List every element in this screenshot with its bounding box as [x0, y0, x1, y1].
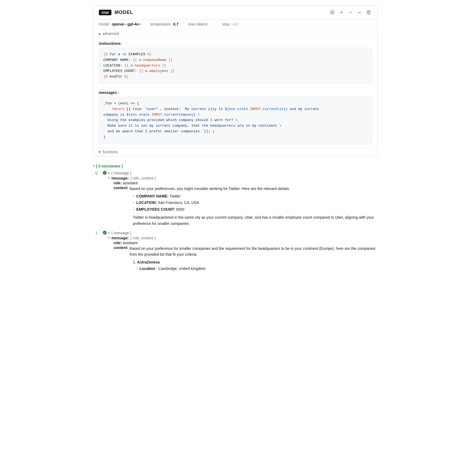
e-companyname: e.companyName: [139, 58, 166, 62]
model-param-label: model:: [99, 22, 110, 26]
result-item-0: 0: ▾ { message } ▾ message: { role, cont…: [95, 171, 378, 226]
chevron-up-icon[interactable]: [347, 9, 354, 16]
svg-marker-0: [330, 10, 334, 13]
result-1-content-text: Based on your preference for smaller com…: [129, 246, 378, 258]
msg-line-2: return [{ role: "user" , content: `My cu…: [103, 107, 368, 112]
messages-label: messages :: [99, 90, 372, 95]
advanced-section: ▶ advanced: [93, 29, 378, 38]
result-0-success-icon: [103, 171, 107, 175]
model-params-row: model: openai ▾ gpt-4o ▾ temperature: 0.…: [93, 19, 378, 29]
user-str: "user": [145, 107, 158, 111]
bullet-0-1: - COMPANY NAME: Twitter: [133, 193, 378, 199]
functions-toggle[interactable]: ▶ functions: [99, 150, 372, 154]
results-area: ▾ [ 3 successes ] 0: ▾ { message } ▾ mes…: [93, 163, 378, 272]
provider-value: openai: [112, 22, 124, 26]
dbl-open: {{: [133, 58, 137, 62]
max-tokens-param-label: max tokens:: [188, 22, 208, 26]
result-1-message-label: message:: [111, 236, 129, 240]
var-e: e: [118, 52, 120, 56]
result-1-index: 1:: [95, 231, 101, 235]
code-line-1: {% for e in EXAMPLES %}: [103, 52, 368, 57]
bullet-1-1: 1. AstraZeneca: [133, 259, 378, 265]
messages-code[interactable]: _fun = (env) => { return [{ role: "user"…: [99, 97, 372, 144]
model-header-left: chat MODEL: [99, 10, 133, 15]
tag-close: %}: [147, 52, 152, 56]
msg-line-7: }: [103, 134, 368, 140]
employees-txt: EMPLOYEES COUNT:: [103, 69, 139, 73]
chat-badge: chat: [99, 10, 111, 15]
advanced-arrow: ▶: [99, 32, 101, 35]
dbl-open2: {{: [124, 64, 129, 68]
make-sure: Make sure it is not my current company, …: [108, 124, 282, 128]
result-1-role-value: assistant: [123, 241, 137, 245]
cursor: |: [212, 129, 215, 133]
endfor-kw: endfor: [110, 75, 124, 79]
result-0-content-label: content:: [114, 186, 128, 190]
content-kw: , content:: [160, 107, 183, 111]
model-name-dropdown[interactable]: gpt-4o ▾: [127, 22, 141, 26]
result-0-role-value: assistant: [123, 181, 137, 185]
e-headquarters: e.headquarters: [131, 64, 160, 68]
chevron-down-icon[interactable]: [356, 9, 363, 16]
bullet-0-2: - LOCATION: San Francisco, CA, USA: [133, 200, 378, 206]
using-examples: Using the examples provided which compan…: [108, 118, 238, 122]
provider-chevron: ▾: [124, 23, 126, 26]
model-header: chat MODEL: [93, 6, 378, 19]
instructions-code[interactable]: {% for e in EXAMPLES %} COMPANY NAME: {{…: [99, 48, 372, 84]
result-0-message-collapse[interactable]: ▾: [108, 176, 110, 180]
result-1-message-collapse[interactable]: ▾: [108, 236, 110, 240]
and-my-company: and my current: [290, 107, 319, 111]
result-0-collapse[interactable]: ▾: [108, 171, 110, 175]
model-name-chevron: ▾: [139, 23, 141, 26]
code-line-5: {% endfor %}: [103, 74, 368, 80]
layers-icon[interactable]: [329, 9, 336, 16]
msg-line-1: _fun = (env) => {: [103, 101, 368, 107]
msg-line-4: Using the examples provided which compan…: [103, 118, 368, 123]
stop-add-placeholder[interactable]: add: [232, 22, 238, 26]
stop-param-label: stop:: [222, 22, 230, 26]
plus-icon[interactable]: [338, 9, 345, 16]
result-0-type: { message }: [111, 171, 131, 175]
result-1-success-icon: [103, 231, 107, 235]
dbl-open3: {{: [139, 69, 143, 73]
successes-bracket-close: ]: [121, 164, 123, 168]
company-is: company is: [103, 113, 126, 117]
temperature-value: 0.7: [173, 22, 178, 26]
tag-open: {%: [103, 52, 108, 56]
result-0-content-text: Based on your preferences, you might con…: [129, 186, 290, 192]
return-arr: [{ role:: [126, 107, 145, 111]
successes-count: 3 successes: [98, 164, 121, 168]
msg-line-6: and be aware that I prefer smaller compa…: [103, 129, 368, 134]
provider-dropdown[interactable]: openai ▾: [112, 22, 126, 26]
model-card: chat MODEL: [93, 5, 378, 156]
collapse-results-arrow[interactable]: ▾: [93, 164, 95, 168]
result-1-content-label: content:: [114, 246, 128, 250]
company-name-txt: COMPANY NAME:: [103, 58, 133, 62]
model-header-icons: [329, 9, 372, 16]
env-state-company: ${env.state.INPUT.currentCompany}: [126, 113, 195, 117]
location-txt: LOCATION:: [103, 64, 124, 68]
successes-bracket-open: [: [96, 164, 97, 168]
advanced-label: advanced: [103, 31, 119, 36]
functions-section: ▶ functions: [93, 148, 378, 156]
messages-section: messages : _fun = (env) => { return [{ r…: [93, 87, 378, 148]
instructions-label: instructions:: [99, 41, 372, 46]
result-0-message-sub: { role, content }: [131, 176, 156, 180]
e-employees: e.employees: [145, 69, 168, 73]
for-kw: for: [110, 52, 118, 56]
advanced-toggle[interactable]: ▶ advanced: [99, 31, 372, 36]
instructions-section: instructions: {% for e in EXAMPLES %} CO…: [93, 38, 378, 87]
result-1-role-label: role:: [114, 241, 122, 245]
model-name-value: gpt-4o: [127, 22, 139, 26]
temperature-param-label: temperature:: [150, 22, 172, 26]
examples-kw: EXAMPLES: [129, 52, 147, 56]
bullet-1-2: - Location : Cambridge, United Kingdom: [136, 266, 378, 272]
prefer-smaller: and be aware that I prefer smaller compa…: [108, 129, 210, 133]
result-1-collapse[interactable]: ▾: [108, 231, 110, 235]
msg-line-5: Make sure it is not my current company, …: [103, 123, 368, 129]
model-title: MODEL: [115, 10, 133, 15]
code-line-3: LOCATION: {{ e.headquarters }}: [103, 63, 368, 69]
dbl-close: }}: [168, 58, 173, 62]
trash-icon[interactable]: [365, 9, 372, 16]
result-0-role-label: role:: [114, 181, 122, 185]
